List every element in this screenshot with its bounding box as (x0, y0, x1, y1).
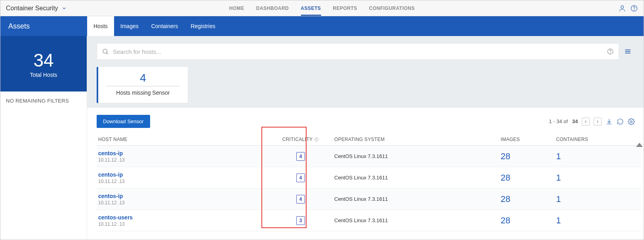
svg-point-3 (103, 49, 107, 53)
col-header-hostname[interactable]: HOST NAME (97, 137, 279, 142)
images-count[interactable]: 28 (501, 173, 556, 183)
main-upper: 4 Hosts missing Sensor (87, 36, 644, 108)
svg-point-0 (621, 6, 624, 8)
containers-count[interactable]: 1 (556, 173, 619, 183)
missing-sensor-count: 4 (106, 72, 180, 86)
tabs: Hosts Images Containers Registries (87, 16, 222, 36)
search-row (97, 43, 632, 60)
containers-count[interactable]: 1 (556, 151, 619, 162)
host-ip: 10.11.12 .13 (98, 221, 279, 227)
nav-home[interactable]: HOME (229, 0, 244, 16)
prev-page-button[interactable] (582, 118, 590, 126)
hamburger-icon[interactable] (624, 48, 632, 55)
criticality-badge: 4 (296, 195, 305, 204)
host-link[interactable]: centos-users (98, 214, 279, 221)
host-ip: 10.11.12 .13 (98, 157, 279, 163)
top-bar: Container Security HOME DASHBOARD ASSETS… (0, 0, 644, 16)
os-cell: CentOS Linux 7.3.1611 (322, 175, 501, 181)
svg-point-10 (631, 120, 633, 122)
os-cell: CentOS Linux 7.3.1611 (322, 217, 501, 223)
chevron-down-icon (61, 6, 67, 11)
info-icon (314, 137, 319, 142)
tab-registries[interactable]: Registries (184, 16, 221, 36)
total-hosts-label: Total Hosts (0, 72, 87, 78)
main: 4 Hosts missing Sensor Download Sensor 1… (87, 36, 644, 240)
top-icons (618, 4, 638, 12)
blue-header: Assets Hosts Images Containers Registrie… (0, 16, 644, 36)
app-switcher[interactable]: Container Security (6, 5, 67, 12)
host-link[interactable]: centos-ip (98, 171, 279, 178)
app-name: Container Security (6, 5, 58, 12)
nav-dashboard[interactable]: DASHBOARD (256, 0, 289, 16)
criticality-badge: 4 (296, 173, 305, 182)
tab-hosts[interactable]: Hosts (87, 16, 114, 36)
host-ip: 10.11.12 .13 (98, 200, 279, 206)
col-header-os[interactable]: OPERATING SYSTEM (322, 137, 501, 142)
images-count[interactable]: 28 (501, 215, 556, 226)
table-row[interactable]: centos-ip 10.11.12 .13 4 CentOS Linux 7.… (97, 167, 641, 189)
nav-reports[interactable]: REPORTS (333, 0, 357, 16)
missing-sensor-card[interactable]: 4 Hosts missing Sensor (97, 67, 188, 103)
page-title: Assets (0, 16, 87, 36)
images-count[interactable]: 28 (501, 151, 556, 162)
col-header-images[interactable]: IMAGES (501, 137, 556, 142)
table-tools: Download Sensor 1 - 34 of 34 (97, 115, 641, 128)
sidebar-summary: 34 Total Hosts (0, 36, 87, 91)
host-link[interactable]: centos-ip (98, 150, 279, 156)
images-count[interactable]: 28 (501, 194, 556, 204)
criticality-badge: 3 (296, 216, 305, 225)
svg-point-13 (316, 139, 317, 139)
user-icon[interactable] (618, 4, 626, 12)
paging: 1 - 34 of 34 (549, 118, 641, 126)
table-row[interactable]: centos-ip 10.11.12 .13 4 CentOS Linux 7.… (97, 146, 641, 167)
table-row[interactable]: centos-users 10.11.12 .13 3 CentOS Linux… (97, 210, 641, 231)
scroll-up-arrow[interactable] (636, 140, 643, 147)
search-box[interactable] (97, 43, 619, 60)
table-row[interactable]: centos-ip 10.11.12 .13 4 CentOS Linux 7.… (97, 189, 641, 210)
table-body: centos-ip 10.11.12 .13 4 CentOS Linux 7.… (97, 146, 641, 231)
nav-configurations[interactable]: CONFIGURATIONS (369, 0, 415, 16)
search-icon (102, 48, 109, 55)
search-input[interactable] (113, 48, 603, 55)
os-cell: CentOS Linux 7.3.1611 (322, 153, 501, 159)
criticality-badge: 4 (296, 152, 305, 161)
col-header-criticality[interactable]: CRITICALITY (279, 137, 322, 142)
tab-containers[interactable]: Containers (145, 16, 185, 36)
os-cell: CentOS Linux 7.3.1611 (322, 196, 501, 202)
content: 34 Total Hosts NO REMAINING FILTERS 4 Ho… (0, 36, 644, 240)
containers-count[interactable]: 1 (556, 194, 619, 204)
host-ip: 10.11.12 .13 (98, 179, 279, 184)
tab-images[interactable]: Images (114, 16, 145, 36)
nav-assets[interactable]: ASSETS (301, 0, 321, 16)
chevron-left-icon (584, 120, 588, 124)
missing-sensor-label: Hosts missing Sensor (106, 90, 180, 96)
chevron-right-icon (596, 120, 600, 124)
table-header: HOST NAME CRITICALITY OPERATING SYSTEM I… (97, 133, 641, 146)
col-header-containers[interactable]: CONTAINERS (556, 137, 619, 142)
gear-icon[interactable] (628, 118, 635, 125)
search-help-icon[interactable] (607, 48, 614, 55)
paging-range: 1 - 34 of 34 (549, 118, 578, 124)
no-remaining-filters: NO REMAINING FILTERS (0, 91, 87, 110)
next-page-button[interactable] (594, 118, 602, 126)
svg-point-2 (634, 10, 634, 10)
total-hosts-count: 34 (0, 51, 87, 69)
svg-line-4 (107, 53, 108, 54)
containers-count[interactable]: 1 (556, 215, 619, 226)
refresh-icon[interactable] (617, 118, 624, 125)
svg-point-6 (610, 53, 611, 53)
download-sensor-button[interactable]: Download Sensor (97, 115, 150, 128)
download-icon[interactable] (606, 118, 613, 125)
sidebar: 34 Total Hosts NO REMAINING FILTERS (0, 36, 87, 240)
table-area: Download Sensor 1 - 34 of 34 (87, 108, 644, 240)
top-nav: HOME DASHBOARD ASSETS REPORTS CONFIGURAT… (229, 0, 415, 16)
help-icon[interactable] (630, 4, 638, 12)
host-link[interactable]: centos-ip (98, 193, 279, 199)
